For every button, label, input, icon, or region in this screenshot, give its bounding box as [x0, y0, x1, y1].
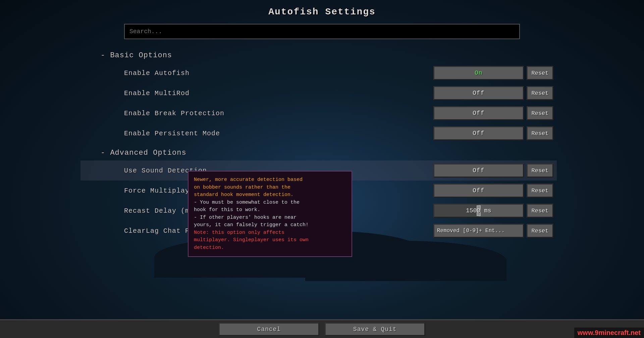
- toggle-enable-autofish[interactable]: On: [433, 66, 524, 80]
- option-label-enable-persistent-mode: Enable Persistent Mode: [124, 130, 433, 137]
- settings-panel: Autofish Settings - Basic Options Enable…: [0, 0, 644, 338]
- toggle-enable-break-protection[interactable]: Off: [433, 106, 524, 120]
- option-label-enable-autofish: Enable Autofish: [124, 69, 433, 77]
- option-controls-enable-autofish: On Reset: [433, 66, 553, 80]
- reset-recast-delay[interactable]: Reset: [527, 204, 553, 218]
- reset-clearlag[interactable]: Reset: [527, 224, 553, 238]
- section-advanced-header: - Advanced Options: [101, 149, 557, 157]
- option-controls-enable-multirod: Off Reset: [433, 86, 553, 100]
- reset-enable-autofish[interactable]: Reset: [527, 66, 553, 80]
- option-controls-recast-delay: 1500 ms Reset: [433, 204, 553, 218]
- toggle-enable-multirod[interactable]: Off: [433, 86, 524, 100]
- slider-recast-delay[interactable]: 1500 ms: [433, 204, 524, 218]
- tooltip-line5: hook for this to work.: [194, 206, 346, 214]
- reset-enable-multirod[interactable]: Reset: [527, 86, 553, 100]
- reset-force-multiplayer[interactable]: Reset: [527, 184, 553, 198]
- option-controls-force-multiplayer: Off Reset: [433, 184, 553, 198]
- page-title: Autofish Settings: [268, 7, 376, 17]
- watermark: www.9minecraft.net: [574, 328, 644, 338]
- option-controls-clearlag: Removed [0-9]+ Ent... Reset: [433, 224, 553, 238]
- tooltip-line2: on bobber sounds rather than the: [194, 184, 346, 192]
- tooltip-line7: yours, it can falsely trigger a catch!: [194, 221, 346, 229]
- toggle-enable-persistent-mode[interactable]: Off: [433, 126, 524, 140]
- bottom-bar: Cancel Save & Quit: [0, 319, 644, 338]
- tooltip-line6: - If other players' hooks are near: [194, 214, 346, 222]
- option-controls-use-sound-detection: Off Reset: [433, 163, 553, 178]
- reset-use-sound-detection[interactable]: Reset: [527, 163, 553, 178]
- tooltip-line3: standard hook movement detection.: [194, 191, 346, 199]
- text-input-clearlag[interactable]: Removed [0-9]+ Ent...: [433, 224, 524, 238]
- option-row-enable-break-protection: Enable Break Protection Off Reset: [80, 103, 557, 123]
- sound-detection-tooltip: Newer, more accurate detection based on …: [188, 171, 352, 257]
- option-label-enable-multirod: Enable MultiRod: [124, 89, 433, 97]
- slider-value-recast-delay: 1500 ms: [466, 207, 491, 214]
- option-controls-enable-persistent-mode: Off Reset: [433, 126, 553, 140]
- save-quit-button[interactable]: Save & Quit: [325, 323, 425, 336]
- option-row-enable-multirod: Enable MultiRod Off Reset: [80, 83, 557, 103]
- option-row-enable-persistent-mode: Enable Persistent Mode Off Reset: [80, 123, 557, 143]
- tooltip-note: Note: this option only affects: [194, 229, 346, 237]
- option-controls-enable-break-protection: Off Reset: [433, 106, 553, 120]
- toggle-force-multiplayer[interactable]: Off: [433, 184, 524, 198]
- tooltip-line1: Newer, more accurate detection based: [194, 176, 346, 184]
- reset-enable-break-protection[interactable]: Reset: [527, 106, 553, 120]
- tooltip-note2: multiplayer. Singleplayer uses its own: [194, 236, 346, 244]
- option-row-enable-autofish: Enable Autofish On Reset: [80, 63, 557, 83]
- toggle-use-sound-detection[interactable]: Off: [433, 163, 524, 178]
- section-basic-header: - Basic Options: [101, 51, 557, 60]
- reset-enable-persistent-mode[interactable]: Reset: [527, 126, 553, 140]
- search-input[interactable]: [124, 24, 520, 39]
- tooltip-line4: - You must be somewhat close to the: [194, 199, 346, 207]
- cancel-button[interactable]: Cancel: [219, 323, 319, 336]
- option-label-enable-break-protection: Enable Break Protection: [124, 110, 433, 117]
- tooltip-note3: detection.: [194, 244, 346, 252]
